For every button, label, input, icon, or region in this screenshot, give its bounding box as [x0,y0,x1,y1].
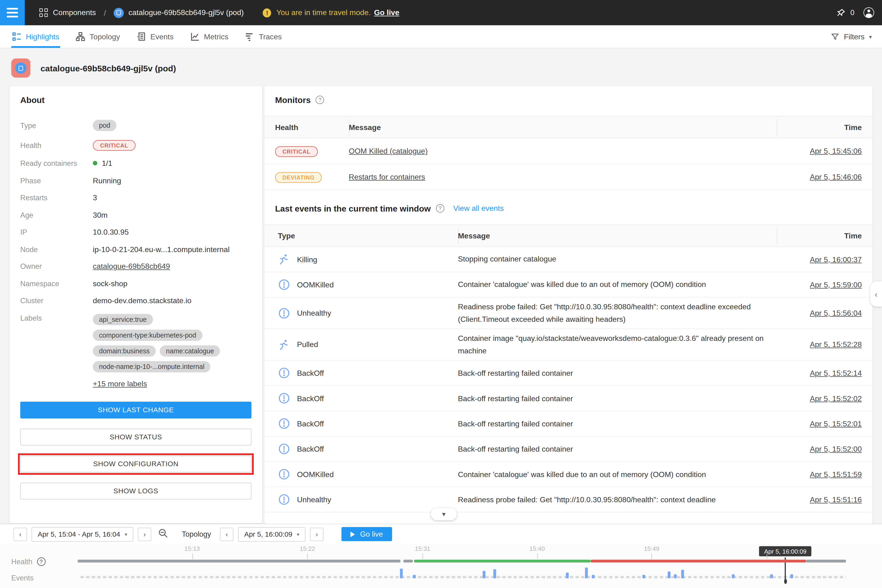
tab-events[interactable]: Events [136,25,175,48]
event-message-text: Container 'catalogue' was killed due to … [458,280,723,289]
event-type-cell: Killing [264,253,458,266]
health-status-badge: CRITICAL [275,146,318,157]
hamburger-menu-button[interactable] [0,0,25,25]
health-segment-unknown [78,560,400,562]
tab-highlights[interactable]: Highlights [11,25,60,48]
more-labels-link[interactable]: +15 more labels [93,380,246,388]
monitor-row: DEVIATINGRestarts for containersApr 5, 1… [264,164,872,190]
range-prev-button[interactable]: ‹ [14,528,27,541]
event-count-bar [592,575,595,578]
monitor-message-link[interactable]: OOM Killed (catalogue) [349,147,428,155]
monitor-row: CRITICALOOM Killed (catalogue)Apr 5, 15:… [264,138,872,164]
timeline-tick-label: 15:31 [415,545,430,552]
monitor-message-link[interactable]: Restarts for containers [349,172,425,181]
timeline-track[interactable]: Apr 5, 16:00:09 15:1315:2215:3115:4015:4… [78,544,846,588]
breadcrumb-entity[interactable]: catalogue-69b58cb649-gjl5v (pod) [128,9,244,17]
view-all-events-link[interactable]: View all events [453,204,504,213]
filters-button[interactable]: Filters ▾ [831,32,872,41]
label-chip: node-name:ip-10-...ompute.internal [93,361,211,372]
topology-time-next-button[interactable]: › [310,528,324,541]
entity-header: catalogue-69b58cb649-gjl5v (pod) [11,58,176,78]
components-grid-icon [39,8,48,17]
current-time-marker-dot[interactable] [784,579,787,584]
tab-label: Highlights [26,32,59,41]
time-range-value: Apr 5, 15:04 - Apr 5, 16:04 [38,530,120,538]
alert-circle-icon [278,443,291,455]
go-live-button[interactable]: Go live [342,527,392,541]
about-value: 1/1 [93,159,112,168]
event-count-bar [732,574,735,578]
health-status-badge: DEVIATING [275,172,322,183]
monitors-help-icon[interactable]: ? [316,96,324,104]
timeline-events-label: Events [11,574,34,582]
monitor-message-cell: Restarts for containers [349,172,777,181]
tab-traces[interactable]: Traces [244,25,283,48]
alert-circle-icon [278,279,291,291]
col-time: Time [777,232,873,240]
event-time-link[interactable]: Apr 5, 15:52:01 [810,420,862,428]
event-count-bar [674,574,677,578]
about-label: Phase [20,177,93,185]
expand-events-button[interactable]: ▾ [431,508,457,520]
about-value: Running [93,177,121,185]
monitor-health-cell: DEVIATING [264,172,349,181]
zoom-out-icon[interactable] [158,528,168,540]
event-time-link[interactable]: Apr 5, 15:52:02 [810,394,862,403]
show-status-button[interactable]: SHOW STATUS [20,428,251,445]
pod-status-icon [11,58,30,78]
events-help-icon[interactable]: ? [436,204,444,213]
topology-time-prev-button[interactable]: ‹ [220,528,234,541]
health-status-badge: CRITICAL [93,140,135,150]
event-time-cell: Apr 5, 15:52:01 [777,420,873,428]
tab-metrics[interactable]: Metrics [189,25,230,48]
alert-circle-icon [278,468,291,481]
pin-icon[interactable] [836,8,846,17]
event-row: PulledContainer image "quay.io/stackstat… [264,329,872,361]
about-value: 10.0.30.95 [93,228,129,236]
show-last-change-button[interactable]: SHOW LAST CHANGE [20,401,251,418]
funnel-icon [831,32,839,41]
topology-time-label: Topology [182,530,211,538]
go-live-link[interactable]: Go live [374,9,399,17]
health-segment-critical [591,560,806,562]
breadcrumb-components[interactable]: Components [53,9,96,17]
health-help-icon[interactable]: ? [37,557,45,566]
event-time-link[interactable]: Apr 5, 15:52:14 [810,369,862,377]
event-row: UnhealthyReadiness probe failed: Get "ht… [264,488,872,513]
timeline-tick [308,554,308,559]
time-travel-warning-text: You are in time travel mode. [276,9,370,17]
event-message-cell: Readiness probe failed: Get "http://10.0… [458,494,777,506]
time-range-dropdown[interactable]: Apr 5, 15:04 - Apr 5, 16:04 ▾ [32,527,134,542]
owner-link[interactable]: catalogue-69b58cb649 [93,262,170,271]
event-time-link[interactable]: Apr 5, 15:52:28 [810,340,862,349]
timeline-tick [192,554,193,559]
monitor-time-link[interactable]: Apr 5, 15:46:06 [810,172,862,181]
event-time-link[interactable]: Apr 5, 15:51:59 [810,470,862,479]
chevron-down-icon: ▾ [124,531,127,537]
show-configuration-button[interactable]: SHOW CONFIGURATION [20,455,251,472]
about-label: Type [20,122,93,130]
running-event-icon [278,253,291,266]
event-row: BackOffBack-off restarting failed contai… [264,411,872,436]
tab-bar: HighlightsTopologyEventsMetricsTraces Fi… [0,25,882,48]
tab-topology[interactable]: Topology [75,25,121,48]
range-next-button[interactable]: › [138,528,151,541]
pin-count: 0 [850,9,854,17]
event-time-link[interactable]: Apr 5, 15:51:16 [810,495,862,504]
event-time-link[interactable]: Apr 5, 15:59:00 [810,280,862,289]
event-time-link[interactable]: Apr 5, 16:00:37 [810,255,862,264]
app-root: Components / catalogue-69b58cb649-gjl5v … [0,0,882,588]
event-time-link[interactable]: Apr 5, 15:52:00 [810,445,862,453]
show-logs-button[interactable]: SHOW LOGS [20,483,251,500]
event-count-bar [681,570,684,578]
monitor-time-cell: Apr 5, 15:45:06 [777,147,873,155]
topology-time-dropdown[interactable]: Apr 5, 16:00:09 ▾ [238,527,306,542]
health-segment-unknown [806,560,846,562]
event-time-link[interactable]: Apr 5, 15:56:04 [810,309,862,317]
about-row: Clusterdemo-dev.demo.stackstate.io [20,296,251,305]
user-avatar[interactable] [863,7,874,18]
monitor-time-link[interactable]: Apr 5, 15:45:06 [810,147,862,155]
collapse-panel-handle[interactable]: ‹ [870,281,882,306]
about-label: IP [20,228,93,236]
event-row: BackOffBack-off restarting failed contai… [264,361,872,386]
